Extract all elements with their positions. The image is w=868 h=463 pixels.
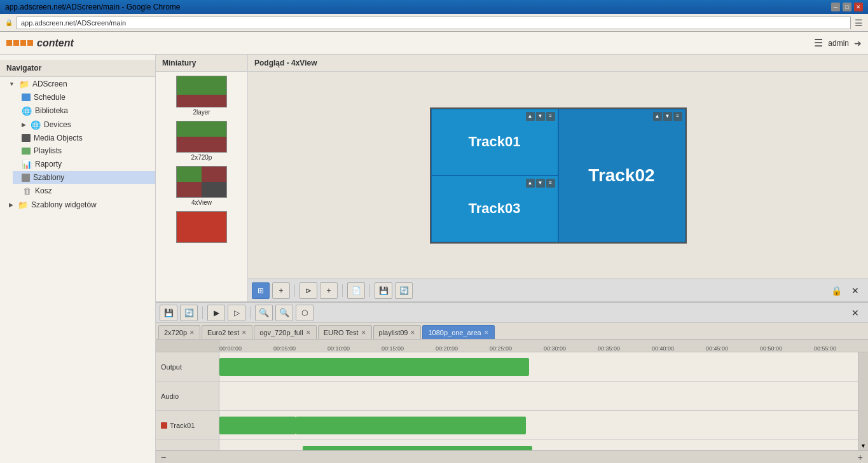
sidebar-item-devices[interactable]: ▶ 🌐 Devices xyxy=(13,118,155,132)
lock-button[interactable]: 🔒 xyxy=(829,283,844,298)
track02-controls[interactable]: ▲ ▼ ≡ xyxy=(653,112,682,121)
mini-thumb-2layer xyxy=(176,76,227,107)
mini-item-2x720p[interactable]: 2x720p xyxy=(176,121,227,161)
browser-settings-icon[interactable]: ☰ xyxy=(855,18,863,28)
hamburger-icon[interactable]: ☰ xyxy=(814,37,823,49)
ctrl-up1[interactable]: ▲ xyxy=(526,112,535,121)
tab-close-2x720p[interactable]: ✕ xyxy=(189,329,195,336)
tab-close-euro-test[interactable]: ✕ xyxy=(361,329,366,336)
tick-10: 00:50:00 xyxy=(760,345,782,352)
tl-close-button[interactable]: ✕ xyxy=(846,305,864,321)
grid-view-button[interactable]: ⊞ xyxy=(252,282,270,299)
logout-icon[interactable]: ➜ xyxy=(854,38,862,48)
track03-controls[interactable]: ▲ ▼ ≡ xyxy=(526,179,555,188)
browser-title: app.adscreen.net/ADScreen/main - Google … xyxy=(5,3,180,11)
mini-item-red[interactable] xyxy=(176,211,227,244)
browser-controls[interactable]: ─ □ ✕ xyxy=(831,3,863,11)
track-label-output: Output xyxy=(156,352,219,381)
tab-ogv[interactable]: ogv_720p_full ✕ xyxy=(254,325,317,339)
sidebar-item-raporty[interactable]: 📊 Raporty xyxy=(13,157,155,171)
tabs-bar: 2x720p ✕ Euro2 test ✕ ogv_720p_full ✕ EU… xyxy=(156,323,868,340)
right-scrollbar[interactable]: ▼ xyxy=(858,352,868,450)
ctrl-up2[interactable]: ▲ xyxy=(653,112,662,121)
track02-block1[interactable] xyxy=(303,446,532,450)
audio-text: Audio xyxy=(161,392,179,400)
ctrl-menu2[interactable]: ≡ xyxy=(673,112,682,121)
adscreen-label: ADScreen xyxy=(32,79,67,88)
tl-play2-button[interactable]: ▷ xyxy=(228,305,245,321)
tick-11: 00:55:00 xyxy=(814,345,836,352)
sidebar-item-szablony-widget[interactable]: ▶ 📁 Szablony widgetów xyxy=(0,198,155,212)
adscreen-icon: 📁 xyxy=(19,79,29,89)
sidebar-item-biblioteka[interactable]: 🌐 Biblioteka xyxy=(13,104,155,118)
maximize-button[interactable]: □ xyxy=(843,3,851,11)
track02-label: Track02 xyxy=(588,165,654,186)
track01-label: Track01 xyxy=(469,134,521,150)
biblioteka-label: Biblioteka xyxy=(35,106,68,115)
track01-block1[interactable] xyxy=(219,417,296,434)
bottom-minus[interactable]: − xyxy=(161,452,166,462)
ctrl-menu3[interactable]: ≡ xyxy=(546,179,555,188)
preview-cell-track02: ▲ ▼ ≡ Track02 xyxy=(558,109,685,242)
tab-2x720p[interactable]: 2x720p ✕ xyxy=(158,325,200,339)
tick-0: 00:00:00 xyxy=(219,345,242,352)
track03-label: Track03 xyxy=(469,200,521,217)
tl-save-button[interactable]: 💾 xyxy=(160,305,177,321)
tab-playlist09[interactable]: playlist09 ✕ xyxy=(373,325,422,339)
ctrl-down2[interactable]: ▼ xyxy=(663,112,672,121)
tab-1080p[interactable]: 1080p_one_area ✕ xyxy=(422,325,494,339)
track-content-track02[interactable] xyxy=(219,440,858,450)
save-button[interactable]: 💾 xyxy=(375,282,392,299)
tracks-container: Output Audio xyxy=(156,352,868,450)
refresh-button[interactable]: 🔄 xyxy=(395,282,413,299)
tl-zoom-in-button[interactable]: 🔍 xyxy=(255,305,273,321)
add-view-button[interactable]: + xyxy=(272,282,290,299)
track01-controls[interactable]: ▲ ▼ ≡ xyxy=(526,112,555,121)
tl-refresh-button[interactable]: 🔄 xyxy=(180,305,198,321)
miniatury-panel: Miniatury 2layer 2x720p xyxy=(156,55,248,301)
mini-label-2x720p: 2x720p xyxy=(191,154,212,161)
tab-euro2[interactable]: Euro2 test ✕ xyxy=(202,325,252,339)
tab-close-ogv[interactable]: ✕ xyxy=(306,329,311,336)
address-bar: 🔒 app.adscreen.net/ADScreen/main ☰ xyxy=(0,14,868,32)
mini-item-4xview[interactable]: 4xView xyxy=(176,166,227,206)
tab-euro-test[interactable]: EURO Test ✕ xyxy=(318,325,372,339)
bottom-plus[interactable]: + xyxy=(858,452,863,462)
thumb-cell-2 xyxy=(202,167,226,182)
tab-close-euro2[interactable]: ✕ xyxy=(242,329,247,336)
sidebar-item-playlists[interactable]: Playlists xyxy=(13,144,155,157)
tl-link-button[interactable]: ⬡ xyxy=(296,305,313,321)
output-block[interactable] xyxy=(219,358,529,376)
track-content-track01[interactable] xyxy=(219,411,858,439)
tl-play-button[interactable]: ▶ xyxy=(207,305,225,321)
add-item-button[interactable]: + xyxy=(320,282,338,299)
sidebar-item-adscreen[interactable]: ▼ 📁 ADScreen xyxy=(0,77,155,91)
sidebar-item-media[interactable]: Media Objects xyxy=(13,132,155,144)
ctrl-down3[interactable]: ▼ xyxy=(536,179,545,188)
bookmark-button[interactable]: ⊳ xyxy=(300,282,317,299)
tab-close-1080p[interactable]: ✕ xyxy=(484,329,489,336)
ctrl-down1[interactable]: ▼ xyxy=(536,112,545,121)
tab-close-playlist09[interactable]: ✕ xyxy=(410,329,415,336)
kosz-label: Kosz xyxy=(35,186,52,195)
ctrl-up3[interactable]: ▲ xyxy=(526,179,535,188)
sidebar-item-kosz[interactable]: 🗑 Kosz xyxy=(13,184,155,198)
track-content-audio[interactable] xyxy=(219,382,858,410)
ctrl-menu1[interactable]: ≡ xyxy=(546,112,555,121)
mini-item-2layer[interactable]: 2layer xyxy=(176,76,227,116)
track-track02: Track02 xyxy=(156,440,858,450)
track-track01: Track01 xyxy=(156,411,858,440)
sidebar-item-szablony[interactable]: Szablony xyxy=(13,171,155,184)
scroll-down-arrow[interactable]: ▼ xyxy=(859,441,867,450)
minimize-button[interactable]: ─ xyxy=(831,3,840,11)
mini-thumb-4xview xyxy=(176,166,227,198)
tl-zoom-out-button[interactable]: 🔍 xyxy=(275,305,293,321)
address-input[interactable]: app.adscreen.net/ADScreen/main xyxy=(17,17,851,29)
track-content-output[interactable] xyxy=(219,352,858,381)
schedule-label: Schedule xyxy=(34,93,65,102)
sidebar-item-schedule[interactable]: Schedule xyxy=(13,91,155,104)
browser-close-button[interactable]: ✕ xyxy=(854,3,863,11)
track01-block2[interactable] xyxy=(296,417,525,434)
close-view-button[interactable]: ✕ xyxy=(846,282,864,299)
file-button[interactable]: 📄 xyxy=(347,282,365,299)
